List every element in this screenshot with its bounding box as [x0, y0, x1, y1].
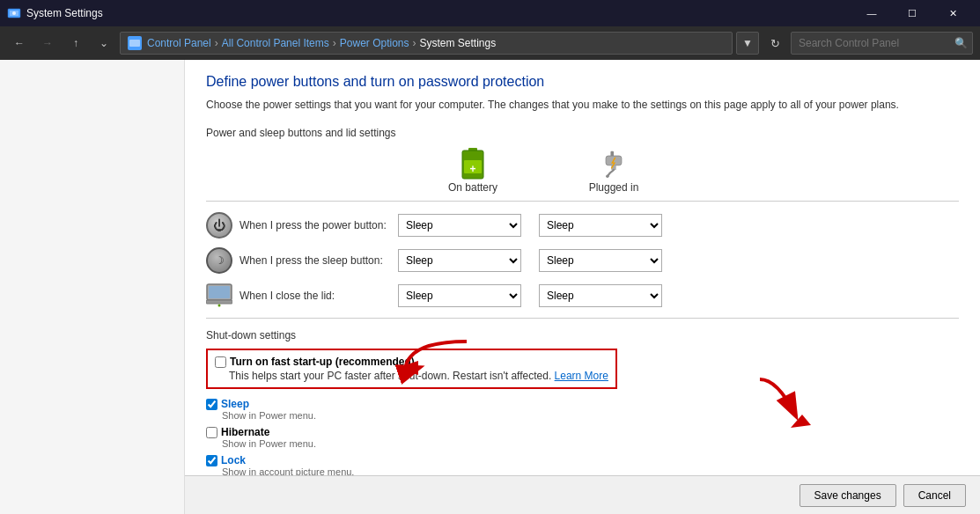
forward-button[interactable]: →: [35, 31, 60, 55]
title-bar: System Settings — ☐ ✕: [0, 0, 980, 26]
bottom-bar: Save changes Cancel: [185, 475, 980, 514]
page-title: Define power buttons and turn on passwor…: [206, 74, 959, 90]
fast-startup-label[interactable]: Turn on fast start-up (recommended): [230, 356, 415, 368]
lock-label[interactable]: Lock: [221, 454, 246, 466]
fast-startup-desc-text: This helps start your PC faster after sh…: [229, 370, 551, 382]
battery-icon: +: [459, 150, 487, 178]
on-battery-label: On battery: [448, 181, 497, 194]
svg-point-16: [218, 305, 221, 307]
close-lid-setting: When I close the lid: Sleep Do nothing H…: [206, 283, 959, 309]
fast-startup-row: Turn on fast start-up (recommended): [215, 356, 608, 368]
close-lid-plugged-select[interactable]: Sleep Do nothing Hibernate Shut down Tur…: [539, 284, 662, 307]
learn-more-link[interactable]: Learn More: [555, 370, 608, 382]
address-path[interactable]: Control Panel›All Control Panel Items›Po…: [120, 32, 733, 55]
svg-rect-14: [209, 286, 230, 298]
close-lid-label: When I close the lid:: [239, 290, 398, 302]
recent-button[interactable]: ⌄: [92, 31, 116, 55]
shutdown-label: Shut-down settings: [206, 329, 959, 341]
search-wrapper: 🔍: [791, 32, 973, 55]
on-battery-column-header: + On battery: [407, 150, 539, 194]
minimize-button[interactable]: —: [851, 0, 892, 26]
page-description: Choose the power settings that you want …: [206, 97, 959, 113]
shutdown-section: Shut-down settings Turn on fast start-up…: [206, 329, 959, 477]
lock-checkbox-label-row: Lock: [206, 454, 246, 466]
app-icon: [7, 6, 21, 20]
breadcrumb-text: Control Panel›All Control Panel Items›Po…: [147, 37, 496, 49]
svg-point-12: [606, 174, 609, 178]
close-button[interactable]: ✕: [932, 0, 973, 26]
sleep-button-battery-select[interactable]: Sleep Do nothing Hibernate Shut down Tur…: [398, 249, 521, 272]
sleep-button-label: When I press the sleep button:: [239, 254, 398, 267]
hibernate-checkbox-label-row: Hibernate: [206, 426, 269, 438]
save-button[interactable]: Save changes: [799, 484, 896, 507]
window-title: System Settings: [26, 7, 851, 19]
cancel-button[interactable]: Cancel: [903, 484, 966, 507]
plugged-in-label: Plugged in: [589, 181, 639, 194]
fast-startup-box: Turn on fast start-up (recommended) This…: [206, 349, 617, 389]
sleep-checkbox[interactable]: [206, 399, 217, 410]
sleep-sub-label: Show in Power menu.: [222, 410, 316, 421]
close-lid-dropdowns: Sleep Do nothing Hibernate Shut down Tur…: [398, 284, 662, 307]
power-button-plugged-select[interactable]: Sleep Do nothing Hibernate Shut down Tur…: [539, 214, 662, 237]
power-button-dropdowns: Sleep Do nothing Hibernate Shut down Tur…: [398, 214, 662, 237]
sleep-checkbox-row: Sleep Show in Power menu.: [206, 398, 959, 421]
sleep-button-setting: When I press the sleep button: Sleep Do …: [206, 247, 959, 274]
power-button-battery-select[interactable]: Sleep Do nothing Hibernate Shut down Tur…: [398, 214, 521, 237]
power-button-label: When I press the power button:: [239, 219, 398, 231]
sidebar: [0, 60, 185, 514]
sleep-button-icon: [206, 247, 232, 274]
search-icon: 🔍: [954, 37, 968, 49]
lock-checkbox[interactable]: [206, 455, 217, 466]
hibernate-checkbox-row: Hibernate Show in Power menu.: [206, 426, 959, 449]
search-input[interactable]: [791, 32, 973, 55]
power-button-setting: When I press the power button: Sleep Do …: [206, 212, 959, 239]
lock-checkbox-row: Lock Show in account picture menu.: [206, 454, 959, 477]
close-lid-battery-select[interactable]: Sleep Do nothing Hibernate Shut down Tur…: [398, 284, 521, 307]
lid-icon: [206, 283, 232, 309]
address-bar: ← → ↑ ⌄ Control Panel›All Control Panel …: [0, 26, 980, 60]
maximize-button[interactable]: ☐: [892, 0, 932, 26]
hibernate-sub-label: Show in Power menu.: [222, 438, 316, 449]
sleep-button-dropdowns: Sleep Do nothing Hibernate Shut down Tur…: [398, 249, 662, 272]
section-label: Power and sleep buttons and lid settings: [206, 127, 959, 139]
content-area: Define power buttons and turn on passwor…: [185, 60, 980, 514]
address-dropdown-button[interactable]: ▼: [736, 32, 759, 55]
svg-rect-15: [206, 300, 232, 304]
fast-startup-checkbox[interactable]: [215, 356, 226, 368]
back-button[interactable]: ←: [7, 31, 32, 55]
svg-rect-4: [129, 40, 140, 47]
svg-point-2: [12, 11, 16, 15]
window-controls: — ☐ ✕: [851, 0, 973, 26]
hibernate-checkbox[interactable]: [206, 427, 217, 438]
hibernate-label[interactable]: Hibernate: [221, 426, 269, 438]
fast-startup-description: This helps start your PC faster after sh…: [229, 370, 608, 382]
plug-icon: [600, 150, 628, 178]
sleep-button-plugged-select[interactable]: Sleep Do nothing Hibernate Shut down Tur…: [539, 249, 662, 272]
plugged-in-column-header: Plugged in: [548, 150, 680, 194]
sleep-checkbox-label-row: Sleep: [206, 398, 249, 410]
up-button[interactable]: ↑: [63, 31, 88, 55]
power-button-icon: [206, 212, 232, 239]
sleep-label[interactable]: Sleep: [221, 398, 249, 410]
refresh-button[interactable]: ↻: [763, 31, 787, 55]
main-content: Define power buttons and turn on passwor…: [0, 60, 980, 514]
svg-text:+: +: [469, 163, 475, 175]
